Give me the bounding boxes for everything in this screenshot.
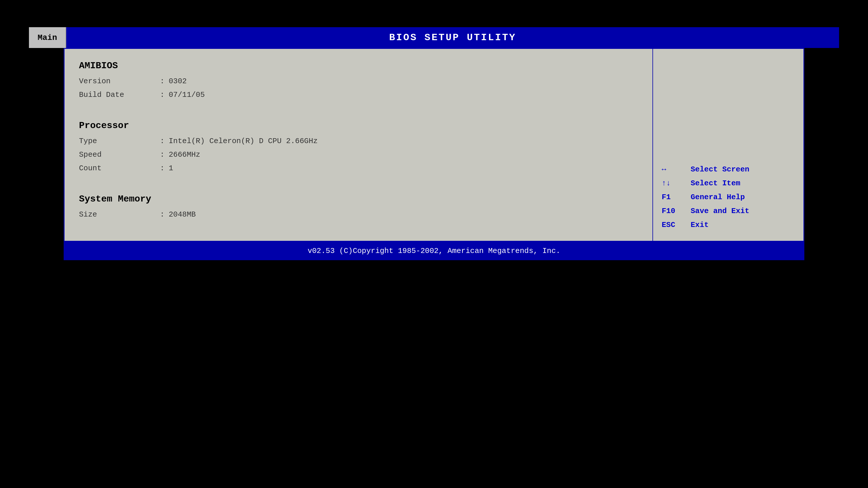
right-panel: ↔ Select Screen ↑↓ Select Item F1 Genera…	[653, 49, 804, 241]
speed-label: Speed	[79, 149, 160, 160]
help-select-item: ↑↓ Select Item	[662, 179, 795, 188]
type-label: Type	[79, 136, 160, 147]
key-f1: F1	[662, 193, 685, 201]
left-panel: AMIBIOS Version : 0302 Build Date : 07/1…	[64, 49, 653, 241]
count-value: 1	[169, 163, 173, 174]
select-item-label: Select Item	[691, 179, 740, 188]
help-select-screen: ↔ Select Screen	[662, 165, 795, 174]
type-colon: :	[160, 136, 169, 147]
build-date-row: Build Date : 07/11/05	[79, 89, 638, 101]
type-value: Intel(R) Celeron(R) D CPU 2.66GHz	[169, 136, 318, 147]
content-panel: AMIBIOS Version : 0302 Build Date : 07/1…	[64, 48, 804, 242]
size-value: 2048MB	[169, 209, 196, 220]
processor-title: Processor	[79, 120, 638, 131]
help-exit: ESC Exit	[662, 221, 795, 229]
help-list: ↔ Select Screen ↑↓ Select Item F1 Genera…	[662, 165, 795, 229]
speed-row: Speed : 2666MHz	[79, 149, 638, 160]
left-border	[29, 48, 46, 260]
help-save: F10 Save and Exit	[662, 207, 795, 216]
general-help-label: General Help	[691, 193, 745, 201]
bios-screen: Main BIOS SETUP UTILITY AMIBIOS Version …	[29, 15, 839, 473]
version-colon: :	[160, 76, 169, 87]
size-row: Size : 2048MB	[79, 209, 638, 220]
main-tab[interactable]: Main	[29, 27, 66, 48]
help-general: F1 General Help	[662, 193, 795, 201]
key-f10: F10	[662, 207, 685, 216]
version-row: Version : 0302	[79, 76, 638, 87]
size-label: Size	[79, 209, 160, 220]
main-area: AMIBIOS Version : 0302 Build Date : 07/1…	[29, 48, 839, 260]
size-colon: :	[160, 209, 169, 220]
build-date-label: Build Date	[79, 89, 160, 101]
top-edge	[29, 15, 839, 27]
amibios-title: AMIBIOS	[79, 60, 638, 71]
version-label: Version	[79, 76, 160, 87]
memory-title: System Memory	[79, 194, 638, 204]
type-row: Type : Intel(R) Celeron(R) D CPU 2.66GHz	[79, 136, 638, 147]
speed-value: 2666MHz	[169, 149, 200, 160]
key-arrows-horizontal: ↔	[662, 165, 685, 174]
count-colon: :	[160, 163, 169, 174]
center-content: AMIBIOS Version : 0302 Build Date : 07/1…	[46, 48, 822, 260]
build-date-value: 07/11/05	[169, 89, 205, 101]
save-exit-label: Save and Exit	[691, 207, 749, 216]
speed-colon: :	[160, 149, 169, 160]
footer-bar: v02.53 (C)Copyright 1985-2002, American …	[64, 242, 804, 260]
footer-text: v02.53 (C)Copyright 1985-2002, American …	[308, 247, 560, 255]
key-esc: ESC	[662, 221, 685, 229]
bios-title: BIOS SETUP UTILITY	[66, 27, 839, 48]
bottom-edge	[29, 260, 839, 473]
build-date-colon: :	[160, 89, 169, 101]
version-value: 0302	[169, 76, 187, 87]
key-arrows-vertical: ↑↓	[662, 179, 685, 188]
select-screen-label: Select Screen	[691, 165, 749, 174]
right-border	[822, 48, 839, 260]
count-label: Count	[79, 163, 160, 174]
menu-bar: Main BIOS SETUP UTILITY	[29, 27, 839, 48]
count-row: Count : 1	[79, 163, 638, 174]
exit-label: Exit	[691, 221, 709, 229]
